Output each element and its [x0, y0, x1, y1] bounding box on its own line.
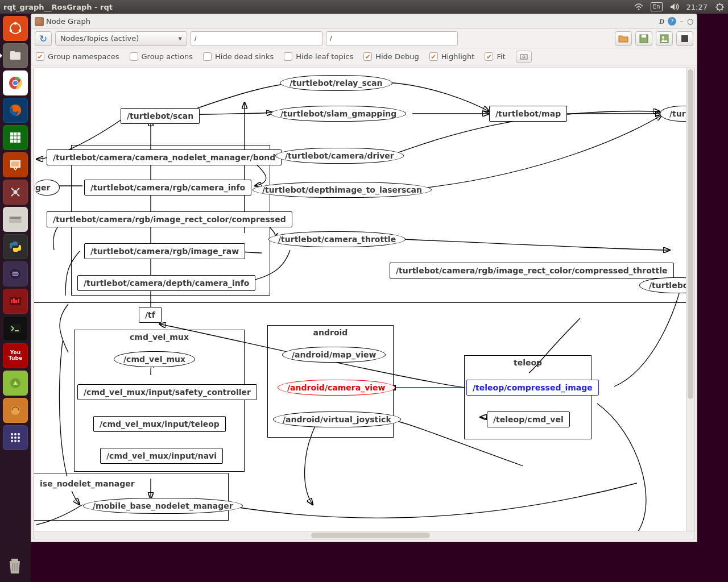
topic-teleop-cmd-vel[interactable]: /teleop/cmd_vel [487, 411, 570, 427]
svg-point-10 [13, 81, 18, 85]
svg-point-33 [11, 440, 13, 442]
plugin-icon [35, 17, 44, 26]
svg-point-32 [18, 436, 20, 439]
hide-dead-sinks-checkbox[interactable]: Hide dead sinks [203, 52, 274, 61]
terminal-icon[interactable] [3, 316, 28, 341]
label-ise-manager: ise_nodelet_manager [34, 476, 140, 491]
graph-canvas[interactable]: cmd_vel_mux android teleop /turtlebot/re… [34, 68, 694, 539]
chrome-icon[interactable] [3, 70, 28, 95]
help-icon[interactable]: ? [668, 17, 676, 26]
fit-checkbox[interactable]: Fit [485, 52, 505, 61]
topic-image-raw[interactable]: /turtlebot/camera/rgb/image_raw [84, 243, 245, 259]
chevron-down-icon: ▾ [178, 34, 182, 43]
svg-point-27 [11, 433, 13, 435]
files-icon[interactable] [3, 43, 28, 68]
topic-cmv-teleop[interactable]: /cmd_vel_mux/input/teleop [93, 416, 226, 432]
calc-icon[interactable] [3, 125, 28, 150]
python-icon[interactable] [3, 234, 28, 259]
hide-debug-checkbox[interactable]: Hide Debug [363, 52, 419, 61]
node-relay-scan[interactable]: /turtlebot/relay_scan [280, 75, 392, 91]
node-mobile-base-manager[interactable]: /mobile_base_nodelet_manager [83, 498, 243, 514]
topic-cmv-safety[interactable]: /cmd_vel_mux/input/safety_controller [77, 384, 257, 400]
clock-time[interactable]: 21:27 [686, 3, 708, 11]
keyboard-lang-icon[interactable]: En [651, 2, 663, 11]
eclipse-icon[interactable] [3, 261, 28, 286]
svg-point-28 [14, 433, 16, 435]
topic-rgb-camera-info[interactable]: /turtlebot/camera/rgb/camera_info [84, 180, 251, 196]
topic-cmv-navi[interactable]: /cmd_vel_mux/input/navi [100, 448, 223, 464]
fit-zoom-button[interactable] [516, 51, 532, 63]
graph-mode-value: Nodes/Topics (active) [60, 34, 139, 43]
svg-point-0 [638, 9, 640, 10]
svg-point-3 [14, 22, 17, 25]
svg-point-31 [14, 436, 16, 439]
firefox-icon[interactable] [3, 98, 28, 123]
group-namespaces-checkbox[interactable]: Group namespaces [36, 52, 119, 61]
generic-app-icon[interactable] [3, 398, 28, 423]
network-icon[interactable] [634, 2, 644, 12]
svg-rect-41 [681, 35, 688, 42]
plugin-title: Node Graph [46, 17, 90, 26]
dock-d-icon[interactable]: D [659, 17, 664, 26]
topic-tf[interactable]: /tf [139, 307, 162, 323]
save-button[interactable] [635, 31, 652, 46]
svg-rect-7 [10, 51, 15, 53]
topic-bond[interactable]: /turtlebot/camera/camera_nodelet_manager… [47, 149, 282, 165]
svg-point-43 [523, 56, 525, 58]
impress-icon[interactable] [3, 152, 28, 177]
svg-point-35 [18, 440, 20, 442]
svg-rect-23 [18, 299, 19, 303]
system-tray: En 21:27 [634, 2, 725, 12]
node-cut-left-ger[interactable]: ger [34, 180, 60, 196]
highlight-checkbox[interactable]: Highlight [429, 52, 475, 61]
refresh-button[interactable]: ↻ [35, 31, 52, 46]
topic-depth-camera-info[interactable]: /turtlebot/camera/depth/camera_info [77, 275, 255, 291]
window-title: rqt_graph__RosGraph - rqt [3, 3, 113, 11]
svg-point-15 [14, 190, 18, 194]
rqt-window: Node Graph D ? – ○ ↻ Nodes/Topics (activ… [31, 14, 697, 542]
svg-point-29 [18, 433, 20, 435]
node-android-virtual-joystick[interactable]: /android/virtual_joystick [273, 411, 401, 427]
svg-point-2 [10, 23, 20, 34]
session-gear-icon[interactable] [714, 2, 725, 12]
disk-icon[interactable] [3, 207, 28, 232]
graph-mode-select[interactable]: Nodes/Topics (active) ▾ [55, 31, 187, 46]
sound-icon[interactable] [669, 2, 680, 12]
open-button[interactable] [615, 31, 632, 46]
node-camera-throttle[interactable]: /turtlebot/camera_throttle [268, 231, 406, 247]
maximize-canvas-button[interactable] [676, 31, 693, 46]
recorder-icon[interactable] [3, 289, 28, 314]
svg-rect-22 [15, 300, 17, 303]
canvas-hscroll[interactable] [34, 531, 694, 539]
node-camera-driver[interactable]: /turtlebot/camera/driver [275, 148, 404, 164]
node-android-map-view[interactable]: /android/map_view [282, 347, 386, 363]
node-slam-gmapping[interactable]: /turtlebot/slam_gmapping [271, 106, 406, 122]
options-bar: Group namespaces Group actions Hide dead… [31, 48, 697, 65]
canvas-vscroll[interactable] [686, 68, 694, 539]
topic-map[interactable]: /turtlebot/map [489, 106, 567, 122]
node-android-camera-view[interactable]: /android/camera_view [278, 380, 395, 396]
node-filter-input[interactable] [191, 31, 322, 46]
topic-compressed-throttle[interactable]: /turtlebot/camera/rgb/image_rect_color/c… [390, 263, 674, 278]
apps-grid-icon[interactable] [3, 425, 28, 450]
youtube-icon[interactable]: YouTube [3, 343, 28, 368]
svg-rect-12 [10, 132, 20, 143]
topic-scan[interactable]: /turtlebot/scan [121, 108, 200, 124]
topic-rect-compressed[interactable]: /turtlebot/camera/rgb/image_rect_color/c… [47, 211, 292, 227]
minimize-icon[interactable]: – [680, 17, 684, 26]
android-studio-icon[interactable] [3, 371, 28, 396]
settings-icon[interactable] [3, 180, 28, 205]
svg-rect-14 [11, 161, 19, 167]
save-image-button[interactable] [656, 31, 673, 46]
hide-leaf-topics-checkbox[interactable]: Hide leaf topics [284, 52, 353, 61]
topic-teleop-compressed-image[interactable]: /teleop/compressed_image [466, 380, 599, 396]
group-actions-checkbox[interactable]: Group actions [130, 52, 193, 61]
node-cmd-vel-mux[interactable]: /cmd_vel_mux [114, 351, 195, 367]
ubuntu-top-panel: rqt_graph__RosGraph - rqt En 21:27 [0, 0, 728, 14]
node-depthimage-to-laserscan[interactable]: /turtlebot/depthimage_to_laserscan [253, 182, 432, 198]
close-icon[interactable]: ○ [687, 17, 693, 26]
dash-icon[interactable] [3, 16, 28, 41]
svg-rect-24 [10, 324, 21, 333]
trash-icon[interactable] [3, 554, 26, 579]
topic-filter-input[interactable] [326, 31, 458, 46]
